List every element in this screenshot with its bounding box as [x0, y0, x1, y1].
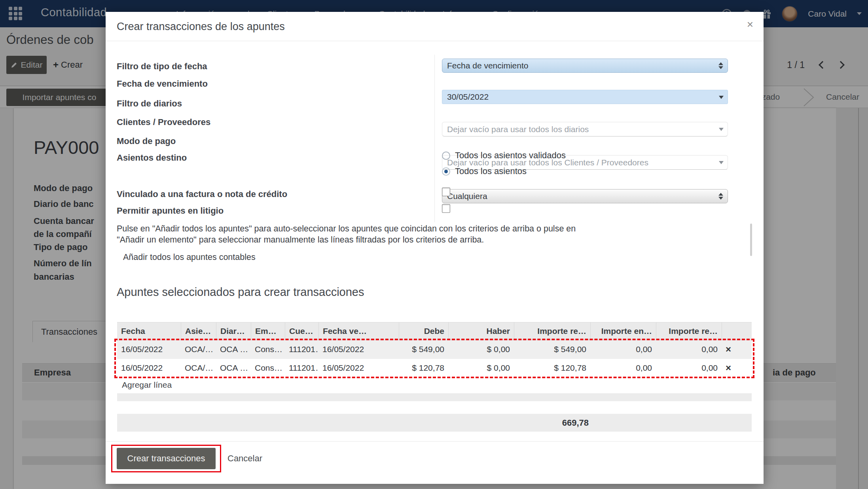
cell-empresa[interactable]: Cons… [251, 363, 285, 373]
journal-dropdown-caret-icon[interactable] [719, 128, 724, 131]
cell-debe[interactable]: $ 120,78 [399, 363, 448, 373]
radio-checked-icon[interactable] [442, 167, 450, 176]
col-diario[interactable]: Diar… [216, 322, 251, 340]
journal-filter-input[interactable] [442, 122, 728, 136]
total-amount: 669,78 [117, 418, 752, 428]
total-row: 669,78 [117, 414, 752, 432]
label-vinculado-factura: Vinculado a una factura o nota de crédit… [117, 189, 287, 199]
litigation-checkbox[interactable] [442, 204, 450, 213]
label-asientos-destino: Asientos destino [117, 153, 187, 163]
col-cuenta[interactable]: Cue… [285, 322, 318, 340]
col-asiento[interactable]: Asie… [181, 322, 216, 340]
invoice-checkbox[interactable] [442, 188, 450, 196]
dialog-title: Crear transacciones de los apuntes [117, 21, 285, 33]
payment-mode-select[interactable]: Cualquiera [442, 189, 728, 203]
table-row[interactable]: 16/05/2022 OCA/… OCA … Cons… 111201… 16/… [117, 340, 752, 358]
col-fecha[interactable]: Fecha [117, 322, 181, 340]
radio-unchecked-icon[interactable] [442, 152, 450, 160]
cell-fecha[interactable]: 16/05/2022 [117, 345, 181, 354]
payment-mode-value: Cualquiera [447, 191, 487, 201]
label-clientes-proveedores: Clientes / Proveedores [117, 117, 210, 127]
label-fecha-vencimiento: Fecha de vencimiento [117, 79, 208, 89]
col-actions [722, 322, 752, 340]
table-header-row: Fecha Asie… Diar… Em… Cue… Fecha ve… Deb… [117, 322, 752, 340]
cell-fecha-vencimiento[interactable]: 16/05/2022 [318, 345, 399, 354]
cell-importe-residual[interactable]: $ 120,78 [514, 363, 590, 373]
close-icon[interactable]: × [747, 19, 753, 30]
col-fecha-vencimiento[interactable]: Fecha ve… [318, 322, 399, 340]
cell-empresa[interactable]: Cons… [251, 345, 285, 354]
cell-asiento[interactable]: OCA/… [181, 345, 216, 354]
table-filler [117, 393, 752, 401]
cell-importe-en[interactable]: 0,00 [590, 345, 656, 354]
radio-option-validated[interactable]: Todos los asientos validados [442, 150, 566, 161]
dialog-scrollbar-thumb[interactable] [750, 224, 752, 256]
table-row[interactable]: 16/05/2022 OCA/… OCA … Cons… 111201… 16/… [117, 358, 752, 377]
cell-importe-residual[interactable]: $ 549,00 [514, 345, 590, 354]
cell-fecha-vencimiento[interactable]: 16/05/2022 [318, 363, 399, 373]
date-dropdown-caret-icon[interactable] [719, 96, 724, 99]
label-filtro-tipo-fecha: Filtro de tipo de fecha [117, 61, 207, 72]
journal-filter-field [442, 122, 728, 136]
delete-row-icon[interactable]: × [726, 345, 731, 354]
col-empresa[interactable]: Em… [251, 322, 285, 340]
selected-entries-table: Fecha Asie… Diar… Em… Cue… Fecha ve… Deb… [117, 322, 752, 401]
delete-row-icon[interactable]: × [726, 363, 731, 373]
create-transactions-dialog: Crear transacciones de los apuntes × Fil… [106, 12, 764, 484]
select-spinner-icon [718, 63, 723, 69]
date-type-value: Fecha de vencimiento [447, 61, 528, 70]
selected-entries-heading: Apuntes seleccionados para crear transac… [117, 286, 364, 299]
cell-haber[interactable]: $ 0,00 [448, 363, 514, 373]
radio-option-all[interactable]: Todos los asientos [442, 166, 527, 176]
cell-asiento[interactable]: OCA/… [181, 363, 216, 373]
cell-diario[interactable]: OCA … [216, 363, 251, 373]
cell-debe[interactable]: $ 549,00 [399, 345, 448, 354]
add-line-link[interactable]: Agregar línea [117, 377, 752, 393]
form-column-divider [434, 55, 435, 222]
due-date-input[interactable] [442, 90, 728, 104]
cell-fecha[interactable]: 16/05/2022 [117, 363, 181, 373]
select-spinner-icon [718, 193, 723, 200]
col-importe-residual[interactable]: Importe re… [514, 322, 590, 340]
label-permitir-litigio: Permitir apuntes en litigio [117, 206, 224, 216]
add-all-entries-link[interactable]: Añadir todos los apuntes contables [123, 252, 256, 262]
due-date-field [442, 90, 728, 104]
label-filtro-diarios: Filtro de diarios [117, 99, 182, 109]
cell-cuenta[interactable]: 111201… [285, 345, 318, 354]
label-modo-de-pago: Modo de pago [117, 136, 176, 146]
col-importe-en[interactable]: Importe en… [590, 322, 656, 340]
cell-importe-re[interactable]: 0,00 [656, 345, 722, 354]
col-debe[interactable]: Debe [399, 322, 448, 340]
cell-diario[interactable]: OCA … [216, 345, 251, 354]
col-haber[interactable]: Haber [448, 322, 514, 340]
partner-dropdown-caret-icon[interactable] [719, 161, 724, 164]
cell-haber[interactable]: $ 0,00 [448, 345, 514, 354]
cell-cuenta[interactable]: 111201… [285, 363, 318, 373]
help-text-line2: "Añadir un elemento" para seleccionar ma… [117, 234, 738, 245]
col-importe-re[interactable]: Importe re… [656, 322, 722, 340]
cell-importe-en[interactable]: 0,00 [590, 363, 656, 373]
footer-divider [106, 441, 764, 442]
cancel-button[interactable]: Cancelar [227, 448, 262, 469]
dialog-header: Crear transacciones de los apuntes × [106, 12, 764, 41]
help-text-line1: Pulse en "Añadir todos los apuntes" para… [117, 223, 738, 234]
date-type-select[interactable]: Fecha de vencimiento [442, 59, 728, 73]
create-transactions-button[interactable]: Crear transacciones [117, 448, 216, 469]
cell-importe-re[interactable]: 0,00 [656, 363, 722, 373]
